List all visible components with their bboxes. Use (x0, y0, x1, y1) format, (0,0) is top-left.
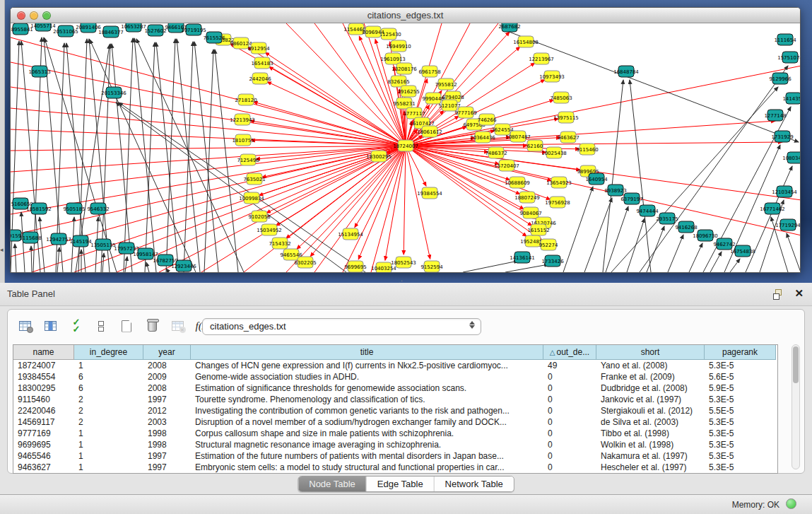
network-node[interactable]: 17719294 (775, 219, 800, 230)
network-node[interactable]: 12103454 (772, 186, 797, 197)
network-node[interactable]: 62160 (527, 140, 543, 151)
network-edge[interactable] (630, 80, 651, 272)
table-cell[interactable]: 1 (74, 428, 143, 439)
network-edge[interactable] (668, 235, 683, 272)
table-cell[interactable]: Investigating the contribution of common… (191, 405, 543, 416)
table-cell[interactable]: 2008 (143, 382, 191, 394)
network-node[interactable]: 9777169 (454, 107, 476, 118)
network-node[interactable]: 12942757 (46, 233, 71, 245)
network-node[interactable]: 20891406 (76, 23, 101, 33)
table-cell[interactable]: 5.6E-5 (705, 371, 776, 382)
network-edge[interactable] (505, 264, 548, 272)
table-cell[interactable]: 1997 (143, 450, 191, 462)
table-cell[interactable]: 14569117 (13, 416, 74, 428)
table-cell[interactable]: Franke et al. (2009) (596, 371, 705, 382)
network-node[interactable]: 10653287 (121, 23, 146, 32)
table-row[interactable]: 946554611997Estimation of the future num… (13, 450, 777, 462)
network-edge[interactable] (314, 146, 406, 272)
new-table-icon[interactable] (118, 317, 135, 334)
network-edge[interactable] (254, 102, 406, 146)
network-node[interactable]: 7955812 (435, 78, 457, 90)
network-node[interactable]: 13505135 (90, 239, 116, 250)
table-cell[interactable]: Structural magnetic resonance image aver… (191, 439, 543, 450)
table-cell[interactable]: 0 (543, 416, 596, 428)
table-cell[interactable]: Estimation of significance thresholds fo… (191, 382, 543, 394)
table-cell[interactable]: Nakamura et al. (1997) (596, 450, 705, 462)
table-row[interactable]: 1938455462009Genome-wide association stu… (13, 371, 777, 382)
table-cell[interactable]: 5.3E-5 (705, 450, 776, 462)
table-cell[interactable]: 2 (74, 416, 143, 428)
network-edge[interactable] (505, 30, 799, 142)
network-node[interactable]: 9699695 (344, 261, 366, 272)
table-cell[interactable]: 1997 (143, 462, 191, 473)
table-cell[interactable]: 19384554 (13, 371, 74, 382)
network-edge[interactable] (787, 233, 800, 272)
network-node[interactable]: 15034952 (257, 224, 282, 235)
network-node[interactable]: 20153346 (101, 87, 126, 98)
network-node[interactable]: 6961758 (418, 66, 440, 77)
network-node[interactable]: 9546332 (87, 203, 109, 214)
table-cell[interactable]: 0 (543, 462, 596, 473)
network-edge[interactable] (40, 217, 45, 272)
network-edge[interactable] (117, 146, 406, 272)
table-cell[interactable]: 5.3E-5 (705, 428, 776, 439)
network-node[interactable]: 1111654 (774, 34, 796, 45)
network-node[interactable]: 10688609 (505, 177, 530, 188)
network-edge[interactable] (125, 257, 127, 272)
network-edge[interactable] (11, 108, 406, 146)
network-node[interactable]: 7485063 (550, 92, 572, 103)
table-cell[interactable]: 1 (74, 360, 143, 371)
network-node[interactable]: 14055714 (30, 23, 56, 31)
table-cell[interactable]: Tibbo et al. (1998) (596, 428, 705, 439)
network-node[interactable]: 1731929 (771, 131, 793, 142)
table-settings-icon[interactable] (16, 317, 33, 334)
table-cell[interactable]: 18300295 (13, 382, 74, 394)
table-cell[interactable]: Changes of HCN gene expression and I(f) … (191, 360, 543, 371)
table-cell[interactable]: 1 (74, 439, 143, 450)
network-edge[interactable] (371, 146, 406, 272)
column-header-in_degree[interactable]: in_degree (74, 345, 143, 360)
table-cell[interactable]: 1997 (143, 394, 191, 405)
network-edge[interactable] (166, 269, 169, 272)
column-header-year[interactable]: year (143, 345, 191, 360)
network-node[interactable]: 1145194 (69, 235, 92, 247)
network-edge[interactable] (385, 146, 406, 260)
network-edge[interactable] (116, 103, 346, 272)
network-edge[interactable] (710, 252, 722, 272)
network-node[interactable]: 1640954 (585, 173, 608, 185)
network-node[interactable]: 7486372 (485, 147, 507, 158)
table-cell[interactable]: Estimation of the future numbers of pati… (191, 450, 543, 462)
table-cell[interactable]: 0 (543, 371, 596, 382)
table-row[interactable]: 1456911722003Disruption of a novel membe… (13, 416, 777, 428)
table-cell[interactable]: Disruption of a novel member of a sodium… (191, 416, 543, 428)
table-cell[interactable]: 0 (543, 405, 596, 416)
network-edge[interactable] (11, 62, 406, 146)
network-node[interactable]: 10803454 (782, 152, 800, 163)
table-cell[interactable]: Genome-wide association studies in ADHD. (191, 371, 543, 382)
network-node[interactable]: 6302205 (294, 257, 316, 268)
table-cell[interactable]: 9115460 (13, 394, 74, 405)
table-cell[interactable]: 5.5E-5 (705, 405, 776, 416)
network-edge[interactable] (689, 243, 702, 272)
network-node[interactable]: 2935175 (656, 213, 678, 224)
network-node[interactable]: 20531065 (53, 25, 78, 37)
table-cell[interactable]: Hescheler et al. (1997) (596, 462, 705, 473)
table-row[interactable]: 977716911998Corpus callosum shape and si… (13, 428, 777, 439)
network-node[interactable]: 1810755 (232, 134, 254, 146)
table-cell[interactable]: 22420046 (13, 405, 74, 416)
network-node[interactable]: 12213967 (529, 53, 554, 64)
network-edge[interactable] (343, 146, 406, 272)
network-node[interactable]: 2687682 (498, 23, 520, 32)
network-edge[interactable] (57, 247, 59, 272)
network-node[interactable]: 2718120 (235, 94, 257, 105)
table-cell[interactable]: 0 (543, 428, 596, 439)
table-cell[interactable]: Tourette syndrome. Phenomenology and cla… (191, 394, 543, 405)
column-header-pagerank[interactable]: pagerank (705, 345, 776, 360)
table-cell[interactable]: 0 (543, 450, 596, 462)
table-cell[interactable]: 9463627 (13, 462, 74, 473)
network-node[interactable]: 7635021 (243, 173, 265, 185)
network-node[interactable]: 16848784 (613, 66, 639, 77)
network-edge[interactable] (358, 146, 406, 259)
table-cell[interactable]: Corpus callosum shape and size in male p… (191, 428, 543, 439)
table-cell[interactable]: 5.3E-5 (705, 394, 776, 405)
